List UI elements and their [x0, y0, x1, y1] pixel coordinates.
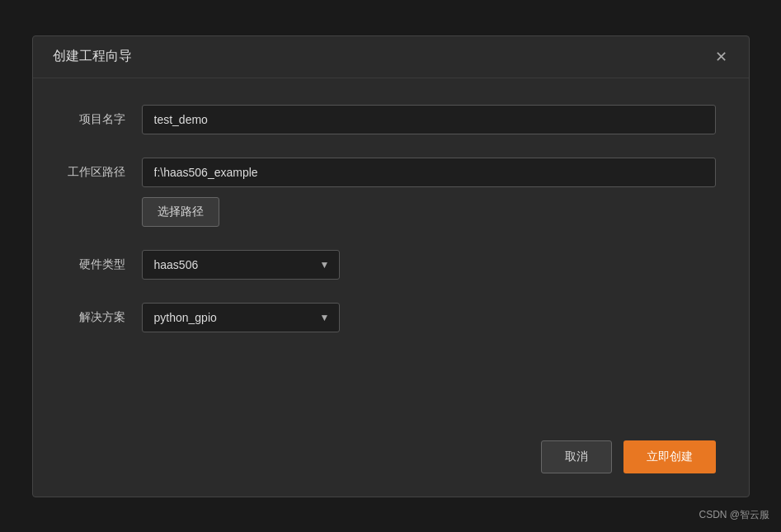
- cancel-button[interactable]: 取消: [541, 440, 612, 473]
- hardware-type-row: 硬件类型 haas506 haas100 haas200 ▼: [66, 250, 716, 280]
- select-path-row: 选择路径: [66, 197, 716, 227]
- workspace-path-input[interactable]: [142, 158, 716, 187]
- workspace-block: 工作区路径 选择路径: [66, 158, 716, 227]
- project-name-row: 项目名字: [66, 105, 716, 134]
- select-path-button[interactable]: 选择路径: [142, 197, 219, 227]
- hardware-select[interactable]: haas506 haas100 haas200: [142, 250, 340, 280]
- create-project-dialog: 创建工程向导 ✕ 项目名字 工作区路径 选择路径 硬件类型 haas506: [32, 35, 750, 497]
- project-name-label: 项目名字: [66, 112, 125, 127]
- solution-select-wrapper: python_gpio python_mqtt python_http ▼: [142, 303, 340, 332]
- watermark: CSDN @智云服: [699, 508, 769, 522]
- dialog-title: 创建工程向导: [53, 48, 132, 65]
- close-button[interactable]: ✕: [710, 48, 732, 66]
- dialog-titlebar: 创建工程向导 ✕: [33, 36, 749, 78]
- workspace-path-row: 工作区路径: [66, 158, 716, 187]
- solution-label: 解决方案: [66, 310, 125, 325]
- dialog-footer: 取消 立即创建: [33, 426, 749, 497]
- hardware-label: 硬件类型: [66, 257, 125, 272]
- solution-row: 解决方案 python_gpio python_mqtt python_http…: [66, 303, 716, 332]
- dialog-body: 项目名字 工作区路径 选择路径 硬件类型 haas506 haas100 haa…: [33, 78, 749, 426]
- project-name-input[interactable]: [142, 105, 716, 134]
- workspace-label: 工作区路径: [66, 165, 125, 180]
- solution-select[interactable]: python_gpio python_mqtt python_http: [142, 303, 340, 332]
- hardware-select-wrapper: haas506 haas100 haas200 ▼: [142, 250, 340, 280]
- create-button[interactable]: 立即创建: [623, 440, 716, 473]
